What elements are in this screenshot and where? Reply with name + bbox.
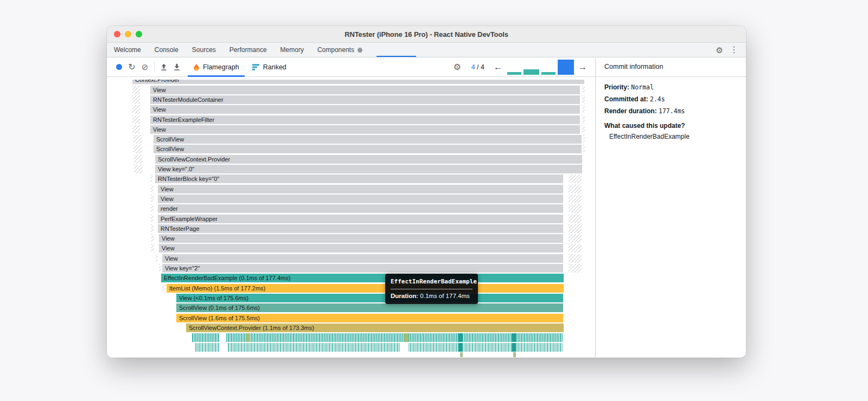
tooltip-duration: Duration: 0.1ms of 177.4ms [391,293,473,299]
commit-bar[interactable] [507,72,521,75]
tooltip-divider [391,289,473,289]
settings-gear-icon[interactable]: ⚙ [716,46,723,54]
flame-hatch [582,95,585,104]
zoom-button[interactable] [136,31,142,37]
flame-stripe-dark [512,333,516,342]
flame-bar[interactable]: EffectInRenderBadExample (0.1ms of 177.4… [161,274,564,282]
desktop-background: { "window": { "title": "RNTester (iPhone… [0,0,868,401]
update-cause-component[interactable]: EffectInRenderBadExample [604,133,737,140]
flame-hatch [582,125,585,134]
flame-hatch [582,86,585,94]
flame-bar[interactable]: ScrollView [154,135,582,144]
flame-bar[interactable]: RNTesterPage [158,224,563,233]
flame-hatch [133,135,142,144]
window-title: RNTester (iPhone 16 Pro) - React Native … [107,30,746,38]
flame-bar[interactable]: ItemList (Memo) (1.5ms of 177.2ms) [167,284,564,293]
flame-hatch [569,174,582,183]
flame-bar[interactable]: PerfExampleWrapper [158,215,563,223]
flamegraph-column: ↻ ⊘ Flamegraph [107,57,596,358]
flame-hatch [582,115,585,124]
what-caused-label: What caused this update? [604,122,737,130]
commit-bar[interactable] [541,72,556,75]
clear-commits-button[interactable]: ⊘ [138,61,151,74]
flame-leaf-bar[interactable] [460,352,463,357]
flame-hatch [159,264,161,273]
flame-bar[interactable]: RNTesterModuleContainer [150,95,580,104]
flame-bar[interactable]: ScrollViewContext.Provider [155,155,582,164]
reload-profile-button[interactable]: ↻ [125,61,138,74]
flame-hatch [133,145,142,153]
flame-hatch [132,86,140,94]
record-button[interactable] [112,61,125,74]
flame-hatch [569,185,582,193]
flame-hatch [569,215,582,223]
next-commit-button[interactable]: → [575,63,591,72]
flame-stripe-row[interactable] [195,343,563,352]
flame-leaf-bar[interactable] [513,352,516,357]
profiler-panel: ↻ ⊘ Flamegraph [107,57,746,358]
flame-bar[interactable]: View [162,254,563,263]
flame-hatch [151,224,154,233]
tab-console[interactable]: Console [155,43,178,57]
profiler-toolbar: ↻ ⊘ Flamegraph [107,57,595,77]
tab-sources[interactable]: Sources [192,43,216,57]
flame-bar[interactable]: ScrollView (1.6ms of 175.5ms) [176,314,563,322]
flame-bar[interactable]: ScrollView [154,145,582,153]
tab-flamegraph[interactable]: Flamegraph [187,57,246,77]
flame-bar[interactable]: View [159,234,563,243]
flame-stripe-dark [458,343,462,352]
profiler-settings-gear-icon[interactable]: ⚙ [451,61,464,74]
ranked-bars-icon [252,64,260,70]
commit-info-body: Priority: Normal Committed at: 2.4s Rend… [596,77,746,147]
tab-ranked[interactable]: Ranked [246,57,293,77]
flame-bar[interactable]: ScrollViewContext.Provider (1.1ms of 173… [186,324,564,332]
flame-hatch [583,135,585,144]
flame-hatch [156,254,158,263]
flame-stripe-olive [404,333,409,342]
flame-hatch [151,244,154,253]
flame-bar[interactable]: Context.Provider [132,80,584,84]
commit-info-panel: Commit information Priority: Normal Comm… [596,57,746,358]
flame-stripe-dark [458,333,462,342]
load-profile-button[interactable] [157,61,170,74]
flamegraph-viewport: EffectInRenderBadExample Duration: 0.1ms… [107,80,595,358]
flame-bar[interactable]: View [159,244,563,253]
flame-bar[interactable]: View (<0.1ms of 175.6ms) [176,294,563,302]
record-icon [116,64,122,70]
flame-hatch [151,204,154,213]
tab-profiler-selected[interactable] [376,43,416,57]
prev-commit-button[interactable]: ← [490,63,506,72]
flame-stripe-gap [219,343,228,352]
flame-bar[interactable]: View key="2" [162,264,563,273]
save-profile-button[interactable] [170,61,183,74]
devtools-window: RNTester (iPhone 16 Pro) - React Native … [107,26,746,358]
flame-hatch [569,195,582,203]
kebab-menu-icon[interactable]: ⋮ [730,46,738,54]
tab-performance[interactable]: Performance [229,43,267,57]
close-button[interactable] [114,31,120,37]
flame-hatch [132,125,140,134]
tab-components[interactable]: Components [317,43,363,57]
flame-bar[interactable]: View [150,86,580,94]
flame-bar[interactable]: View [158,185,563,193]
commit-info-header: Commit information [596,57,746,77]
flame-hatch [582,105,585,114]
flame-bar[interactable]: ScrollView (0.1ms of 175.6ms) [176,303,563,312]
flame-bar[interactable]: View [150,105,580,114]
commit-priority: Priority: Normal [604,84,737,91]
flame-bar[interactable]: View key=".0" [155,165,582,173]
commit-bar[interactable] [524,69,539,75]
flame-hatch [569,254,582,263]
flame-bar[interactable]: render [158,204,563,213]
flame-bar[interactable]: View [150,125,580,134]
tab-memory[interactable]: Memory [280,43,304,57]
tabstrip-spacer [416,43,716,57]
tab-welcome[interactable]: Welcome [114,43,141,57]
commit-bar-selected[interactable] [558,60,574,75]
flame-bar[interactable]: RNTesterBlock key="0" [155,174,563,183]
flame-bar[interactable]: View [158,195,563,203]
flame-bar[interactable]: RNTesterExampleFilter [150,115,580,124]
minimize-button[interactable] [125,31,131,37]
flame-hatch [569,204,582,213]
flame-hatch [583,145,585,153]
